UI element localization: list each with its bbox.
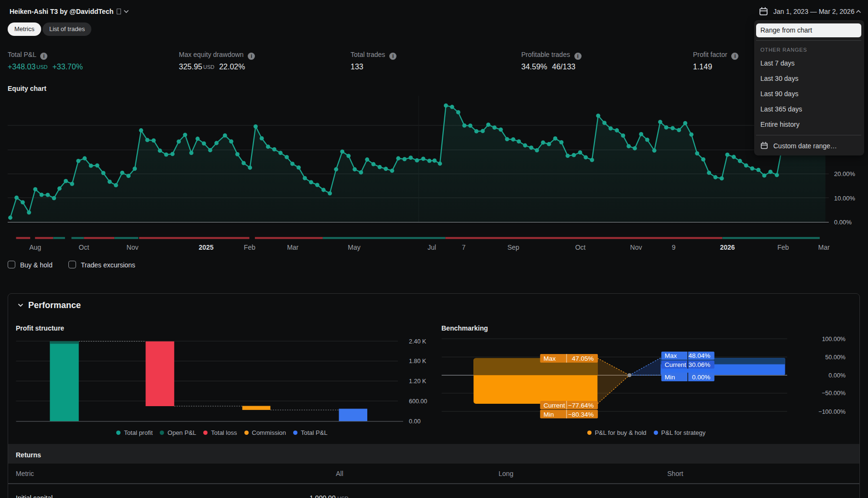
svg-text:1.80 K: 1.80 K bbox=[409, 358, 427, 365]
svg-text:2.40 K: 2.40 K bbox=[409, 338, 427, 345]
svg-text:Sep: Sep bbox=[507, 243, 519, 251]
svg-text:600.00: 600.00 bbox=[409, 398, 427, 405]
svg-text:Aug: Aug bbox=[29, 243, 41, 251]
svg-text:1.20 K: 1.20 K bbox=[409, 378, 427, 385]
svg-text:47.05%: 47.05% bbox=[572, 355, 594, 362]
svg-text:Oct: Oct bbox=[79, 243, 89, 251]
svg-text:Min: Min bbox=[665, 374, 675, 381]
svg-text:Mar: Mar bbox=[818, 243, 830, 251]
svg-text:50.00%: 50.00% bbox=[825, 354, 846, 361]
svg-text:Mar: Mar bbox=[287, 243, 298, 251]
svg-text:Current: Current bbox=[665, 361, 686, 368]
svg-text:Current: Current bbox=[543, 402, 565, 409]
svg-text:Feb: Feb bbox=[244, 243, 255, 251]
svg-text:−77.64%: −77.64% bbox=[568, 402, 594, 409]
svg-text:9: 9 bbox=[672, 243, 676, 251]
svg-text:20.00%: 20.00% bbox=[834, 170, 856, 177]
svg-text:0.00%: 0.00% bbox=[829, 372, 846, 379]
svg-text:0.00%: 0.00% bbox=[692, 374, 710, 381]
svg-text:0.00%: 0.00% bbox=[834, 219, 852, 226]
svg-text:2026: 2026 bbox=[720, 243, 735, 251]
svg-text:Jul: Jul bbox=[428, 243, 436, 251]
svg-text:−50.00%: −50.00% bbox=[822, 390, 846, 397]
svg-text:Max: Max bbox=[665, 352, 677, 359]
svg-text:0.00: 0.00 bbox=[409, 418, 420, 425]
svg-text:100.00%: 100.00% bbox=[822, 336, 846, 343]
svg-text:May: May bbox=[348, 243, 360, 251]
svg-text:−100.00%: −100.00% bbox=[818, 409, 846, 415]
svg-text:2025: 2025 bbox=[198, 243, 213, 251]
svg-text:Nov: Nov bbox=[127, 243, 139, 251]
svg-text:Nov: Nov bbox=[630, 243, 642, 251]
svg-text:Max: Max bbox=[543, 355, 556, 362]
svg-text:Min: Min bbox=[543, 411, 554, 418]
svg-text:10.00%: 10.00% bbox=[834, 195, 856, 202]
svg-text:7: 7 bbox=[462, 243, 466, 251]
svg-text:Feb: Feb bbox=[778, 243, 789, 251]
svg-text:30.06%: 30.06% bbox=[689, 361, 711, 368]
svg-text:48.04%: 48.04% bbox=[689, 352, 711, 359]
svg-text:Oct: Oct bbox=[575, 243, 586, 251]
svg-text:−80.34%: −80.34% bbox=[568, 411, 594, 418]
